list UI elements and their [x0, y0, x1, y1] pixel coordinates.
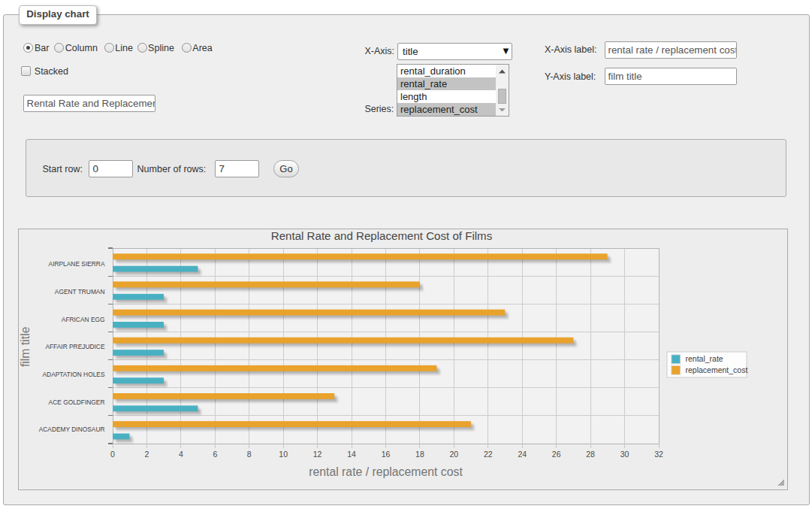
- svg-text:Rental Rate and Replacement Co: Rental Rate and Replacement Cost of Film…: [271, 229, 492, 242]
- svg-text:18: 18: [415, 450, 424, 459]
- svg-text:rental_rate: rental_rate: [686, 354, 723, 363]
- svg-text:0: 0: [110, 450, 115, 459]
- svg-text:12: 12: [313, 450, 322, 459]
- svg-text:24: 24: [518, 450, 527, 459]
- svg-text:AGENT TRUMAN: AGENT TRUMAN: [55, 288, 105, 295]
- svg-text:AFFAIR PREJUDICE: AFFAIR PREJUDICE: [45, 343, 105, 350]
- svg-text:30: 30: [620, 450, 629, 459]
- svg-text:6: 6: [213, 450, 217, 459]
- svg-text:rental rate / replacement cost: rental rate / replacement cost: [309, 465, 463, 478]
- svg-text:16: 16: [382, 450, 391, 459]
- svg-text:10: 10: [279, 450, 288, 459]
- svg-text:replacement_cost: replacement_cost: [686, 365, 748, 374]
- svg-text:ACE GOLDFINGER: ACE GOLDFINGER: [49, 398, 105, 406]
- svg-text:20: 20: [450, 450, 459, 459]
- svg-text:4: 4: [179, 450, 183, 459]
- svg-text:14: 14: [347, 450, 356, 459]
- svg-text:2: 2: [145, 450, 149, 459]
- svg-text:AIRPLANE SIERRA: AIRPLANE SIERRA: [49, 260, 105, 268]
- svg-text:AFRICAN EGG: AFRICAN EGG: [62, 316, 105, 323]
- svg-text:ADAPTATION HOLES: ADAPTATION HOLES: [43, 371, 105, 378]
- svg-text:26: 26: [552, 450, 561, 459]
- svg-text:film title: film title: [19, 326, 32, 367]
- svg-text:28: 28: [586, 450, 595, 459]
- svg-text:32: 32: [654, 450, 663, 459]
- svg-text:ACADEMY DINOSAUR: ACADEMY DINOSAUR: [39, 426, 105, 433]
- svg-text:8: 8: [247, 450, 252, 459]
- svg-text:22: 22: [484, 450, 493, 459]
